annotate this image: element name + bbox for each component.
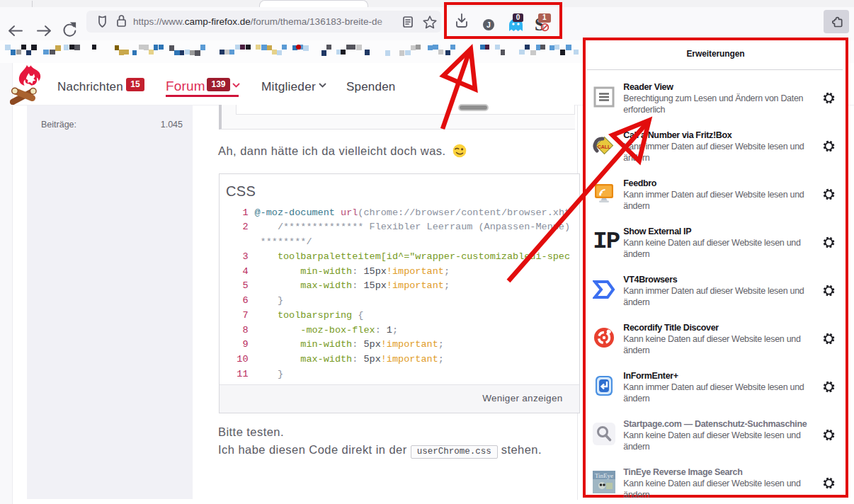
svg-text:CALL: CALL [598,144,611,149]
svg-text:TinEye: TinEye [595,472,613,479]
